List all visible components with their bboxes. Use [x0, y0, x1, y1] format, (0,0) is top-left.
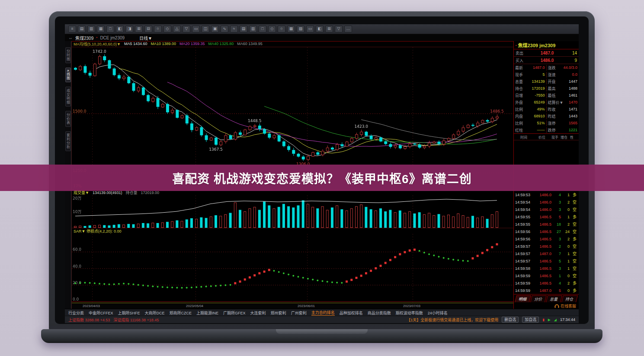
toolbar-icon[interactable]: ◇ [268, 26, 276, 32]
period-selector[interactable]: 日线▼ [139, 35, 152, 41]
toolbar-icon[interactable]: ▤ [240, 26, 247, 32]
market-tab-上期所SHFE[interactable]: 上期所SHFE [118, 310, 140, 316]
market-tab-主力合约排名[interactable]: 主力合约排名 [311, 310, 335, 316]
market-tab-郑州套利[interactable]: 郑州套利 [271, 310, 286, 316]
market-section-tabs: 行业分类中金所CFFEX上期所SHFE大商所DCE郑商所CZCE上期能源INE广… [65, 309, 579, 316]
toolbar-icon[interactable]: ▽ [183, 26, 190, 32]
quote-tab-明细[interactable]: 明细 [515, 295, 531, 302]
toolbar-icon[interactable]: ◨ [125, 26, 133, 32]
market-tab-商品分类指数[interactable]: 商品分类指数 [368, 310, 391, 316]
side-tab-套利分析[interactable]: 套利分析 [65, 131, 71, 151]
quote-grid-row: 最新1487.0涨跌44.0/3.0 [514, 64, 579, 71]
tick-row[interactable]: 14:59:541486.032空 [514, 198, 579, 206]
bid-row[interactable]: 买入 1486.0 9 [514, 57, 579, 64]
toolbar-icon[interactable]: △ [173, 26, 181, 32]
play-indicator-icon[interactable]: ▶ [548, 318, 551, 322]
toolbar-icon[interactable]: □ [259, 26, 266, 32]
tick-list[interactable]: 14:59:531486.041多14:59:541486.032空14:59:… [514, 140, 579, 294]
market-tab-广州套利[interactable]: 广州套利 [291, 310, 307, 316]
toolbar-icon[interactable]: ▦ [287, 26, 295, 32]
overlay-ad-banner[interactable]: 喜配资 机战游戏变恋爱模拟？《装甲中枢6》离谱二创 [0, 165, 644, 191]
tick-row[interactable]: 14:59:551486.5182空 [514, 220, 579, 228]
toolbar-icon[interactable]: ≡ [68, 26, 76, 32]
quote-field-value: 172019 [523, 86, 545, 91]
tick-row[interactable]: 14:59:561486.532多 [514, 235, 579, 243]
toolbar-icon[interactable]: ◫ [202, 26, 209, 32]
tick-row[interactable]: 14:59:571486.520空 [514, 243, 579, 250]
clock: 17:34:44 [560, 317, 575, 322]
toolbar-icon[interactable]: ⊞ [325, 26, 333, 32]
tick-row[interactable]: 14:59:571487.071空 [514, 250, 579, 257]
tick-row[interactable]: 14:59:591487.050多 [514, 287, 579, 294]
tick-row[interactable]: 14:59:591486.542多 [514, 279, 579, 287]
toolbar-icon[interactable]: ▭ [306, 26, 314, 32]
notice-ticker[interactable]: 【1天】全新极速行情交易通道已上线，欢迎下载使用 [407, 317, 498, 323]
toolbar-icon[interactable]: ◇ [163, 26, 171, 32]
open-interest-value: 172019.00 [141, 191, 160, 195]
tick-row[interactable]: 14:59:551486.551多 [514, 213, 579, 220]
online-service[interactable]: 在线客服 [514, 302, 579, 309]
quote-field-label: 昨结 [548, 113, 556, 119]
nav-arrows-icon[interactable]: ⇔ [68, 36, 73, 40]
toolbar-icon[interactable]: ○ [278, 26, 285, 32]
market-tab-广期所GFEX[interactable]: 广期所GFEX [223, 310, 246, 316]
toolbar-icon[interactable]: ▭ [192, 26, 200, 32]
toolbar-icon[interactable]: ▤ [78, 26, 86, 32]
sar-indicator-label[interactable]: SAR▼ 停损点(4,2,20): 0.00 [74, 228, 121, 234]
tick-row[interactable]: 14:59:561486.52724空 [514, 228, 579, 235]
toolbar-icon[interactable]: ▥ [87, 26, 95, 32]
ask-row[interactable]: 卖出 1487.0 14 [514, 49, 579, 57]
market-tab-24小时排名[interactable]: 24小时排名 [428, 310, 448, 316]
quote-field-label: 外盘 [515, 100, 523, 105]
quote-field-label: 最新 [515, 65, 523, 71]
quote-field-value: 1488 [556, 86, 577, 91]
quote-tab-分价[interactable]: 分价 [530, 295, 547, 302]
market-tab-大连套利[interactable]: 大连套利 [250, 310, 266, 316]
sar-indicator-chart[interactable] [72, 234, 513, 303]
market-tab-期权波动率指数[interactable]: 期权波动率指数 [396, 310, 423, 316]
ask-price: 1487.0 [529, 51, 566, 55]
add-watchlist-button[interactable]: 加自选 [522, 317, 539, 323]
toolbar-icon[interactable]: ○ [154, 26, 162, 32]
quote-data-grid: 最新1487.0涨跌44.0/3.0现手5涨速0.0总量134139开盘1447… [514, 64, 579, 134]
quote-cell-right: 最低1461 [546, 93, 579, 98]
toolbar-icon[interactable]: ≈ [230, 26, 238, 32]
toolbar-icon[interactable]: ⊞ [135, 26, 143, 32]
side-tab-分时图[interactable]: 分时图 [65, 47, 71, 63]
favorite-star-icon[interactable]: * [96, 36, 97, 40]
toolbar-icon[interactable]: … [344, 26, 352, 32]
tick-row[interactable]: 14:59:531486.041多 [514, 191, 579, 198]
tick-row[interactable]: 14:59:571486.551空 [514, 257, 579, 265]
market-tab-品种加权排名[interactable]: 品种加权排名 [340, 310, 363, 316]
toolbar-icon[interactable]: ▽ [335, 26, 343, 32]
side-tab-成交明细[interactable]: 成交明细 [65, 87, 71, 107]
toolbar-icon[interactable]: ▥ [249, 26, 257, 32]
tick-time: 14:59:56 [514, 237, 535, 241]
toolbar-icon[interactable]: ◧ [116, 26, 124, 32]
market-tab-上期能源INE[interactable]: 上期能源INE [196, 310, 218, 316]
toolbar-icon[interactable]: ▣ [211, 26, 219, 32]
market-tab-行业分类[interactable]: 行业分类 [68, 310, 84, 316]
volume-chart[interactable] [72, 195, 513, 228]
toolbar-icon[interactable]: ∿ [221, 26, 228, 32]
tick-volume: 1 [551, 274, 561, 278]
side-tab-分价表[interactable]: 分价表 [65, 111, 71, 127]
side-tab-K线图[interactable]: K线图 [65, 68, 71, 82]
market-tab-郑商所CZCE[interactable]: 郑商所CZCE [170, 310, 192, 316]
toolbar-icon[interactable]: ◧ [316, 26, 324, 32]
market-tab-中金所CFFEX[interactable]: 中金所CFFEX [89, 310, 113, 316]
toolbar-icon[interactable]: ⊟ [144, 26, 152, 32]
toolbar-icon[interactable]: □ [106, 26, 114, 32]
quote-tab-总量[interactable]: 总量 [546, 295, 562, 302]
tick-row[interactable]: 14:59:541486.030空 [514, 206, 579, 213]
market-tab-大商所DCE[interactable]: 大商所DCE [145, 310, 165, 316]
toolbar-icon[interactable]: ▦ [97, 26, 105, 32]
quote-panel-header: ▪ 焦煤2309 jm2309 [514, 41, 579, 49]
tick-row[interactable]: 14:59:581486.531空 [514, 265, 579, 272]
remove-watchlist-button[interactable]: 删自选 [502, 317, 519, 323]
toolbar-icon[interactable]: ▧ [297, 26, 304, 32]
quote-grid-row: 现手5涨速0.0 [514, 71, 579, 78]
quote-tab-持仓[interactable]: 持仓 [561, 295, 578, 302]
ma-settings-label[interactable]: MA均线(5,10,20,40,60,0)▼ [74, 41, 121, 47]
tick-row[interactable]: 14:59:591486.510空 [514, 272, 579, 279]
